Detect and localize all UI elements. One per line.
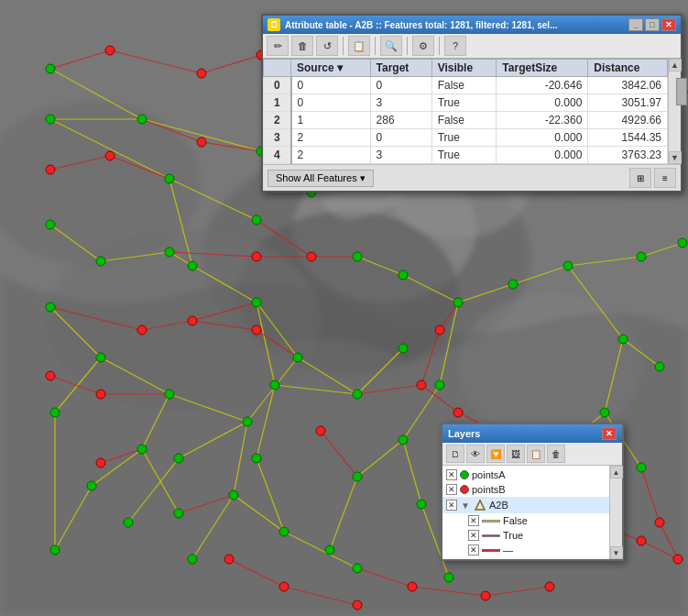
settings-button[interactable]: ⚙ (412, 36, 434, 56)
col-target[interactable]: Target (370, 60, 431, 77)
window-controls: _ □ ✕ (628, 18, 676, 31)
col-source[interactable]: Source ▾ (291, 60, 371, 77)
table-row[interactable]: 4 2 3 True 0.000 3763.23 (264, 147, 668, 164)
row-visible: False (431, 112, 497, 129)
attr-title-bar[interactable]: 🗒 Attribute table - A2B :: Features tota… (263, 16, 681, 34)
layers-scroll-down[interactable]: ▼ (610, 546, 623, 559)
col-targetsize[interactable]: TargetSize (497, 60, 588, 77)
empty-checkbox[interactable]: ✕ (468, 544, 479, 556)
row-index: 3 (264, 129, 291, 147)
row-targetsize: 0.000 (497, 147, 588, 164)
layers-delete-button[interactable]: 🗑 (547, 445, 565, 463)
layers-title-bar: Layers ✕ (442, 424, 622, 443)
row-index: 1 (264, 94, 291, 112)
col-index (264, 60, 291, 77)
False-checkbox[interactable]: ✕ (468, 515, 479, 526)
row-source: 2 (291, 129, 371, 147)
row-targetsize: -22.360 (497, 112, 588, 129)
scroll-thumb[interactable] (676, 78, 687, 105)
table-row[interactable]: 0 0 0 False -20.646 3842.06 (264, 77, 668, 94)
minimize-button[interactable]: _ (628, 18, 643, 31)
pointsB-dot (460, 485, 469, 494)
row-target: 0 (370, 129, 431, 147)
maximize-button[interactable]: □ (645, 18, 660, 31)
edit-button[interactable]: ✏ (267, 36, 289, 56)
attribute-table: Source ▾ Target Visible TargetSize Dista… (263, 59, 668, 164)
row-index: 4 (264, 147, 291, 164)
scroll-up-arrow[interactable]: ▲ (669, 59, 682, 72)
True-label: True (503, 530, 523, 541)
table-icon: 🗒 (268, 18, 280, 31)
toolbar-separator-1 (343, 37, 344, 55)
layers-panel: Layers ✕ 🗋 👁 🔽 🖼 📋 🗑 ✕ pointsA ✕ (441, 423, 624, 561)
row-index: 2 (264, 112, 291, 129)
copy-button[interactable]: 📋 (348, 36, 370, 56)
form-view-button[interactable]: ≡ (654, 168, 676, 188)
row-source: 0 (291, 94, 371, 112)
layers-filter-button[interactable]: 🔽 (486, 445, 505, 463)
layers-scrollbar: ▲ ▼ (609, 466, 622, 559)
True-checkbox[interactable]: ✕ (468, 530, 479, 541)
row-target: 286 (370, 112, 431, 129)
delete-button[interactable]: 🗑 (291, 36, 313, 56)
table-scrollbar[interactable]: ▲ ▼ (668, 59, 681, 164)
table-row[interactable]: 1 0 3 True 0.000 3051.97 (264, 94, 668, 112)
layer-item-pointsB[interactable]: ✕ pointsB (442, 482, 609, 497)
attribute-table-window: 🗒 Attribute table - A2B :: Features tota… (261, 14, 683, 192)
row-target: 3 (370, 147, 431, 164)
table-row[interactable]: 2 1 286 False -22.360 4929.66 (264, 112, 668, 129)
layers-toolbar: 🗋 👁 🔽 🖼 📋 🗑 (442, 443, 622, 466)
close-button[interactable]: ✕ (661, 18, 676, 31)
False-line-symbol (482, 520, 500, 522)
row-distance: 3763.23 (588, 147, 668, 164)
help-button[interactable]: ? (444, 36, 466, 56)
row-index: 0 (264, 77, 291, 94)
layer-subitem-False[interactable]: ✕ False (442, 513, 609, 528)
toolbar-separator-3 (407, 37, 408, 55)
pointsA-checkbox[interactable]: ✕ (446, 469, 457, 480)
toolbar-separator-2 (375, 37, 376, 55)
scroll-down-arrow[interactable]: ▼ (669, 151, 682, 164)
row-source: 2 (291, 147, 371, 164)
layers-add-button[interactable]: 🗋 (446, 445, 464, 463)
bottom-view-icons: ⊞ ≡ (629, 168, 676, 188)
layers-list: ✕ pointsA ✕ pointsB ✕ ▼ A2B (442, 466, 609, 559)
False-label: False (503, 515, 528, 526)
row-distance: 3051.97 (588, 94, 668, 112)
refresh-button[interactable]: ↺ (316, 36, 338, 56)
toolbar-separator-4 (439, 37, 440, 55)
show-features-arrow: ▾ (360, 172, 366, 184)
layer-subitem-True[interactable]: ✕ True (442, 528, 609, 543)
table-row[interactable]: 3 2 0 True 0.000 1544.35 (264, 129, 668, 147)
layer-item-A2B[interactable]: ✕ ▼ A2B (442, 497, 609, 513)
table-view-button[interactable]: ⊞ (629, 168, 651, 188)
pointsB-label: pointsB (472, 484, 506, 495)
row-distance: 4929.66 (588, 112, 668, 129)
show-all-features-button[interactable]: Show All Features ▾ (268, 170, 374, 187)
row-targetsize: 0.000 (497, 94, 588, 112)
attr-title-left: 🗒 Attribute table - A2B :: Features tota… (268, 18, 558, 31)
table-header-row: Source ▾ Target Visible TargetSize Dista… (264, 60, 668, 77)
attr-window-title: Attribute table - A2B :: Features total:… (285, 20, 558, 30)
A2B-expand-icon[interactable]: ▼ (460, 500, 471, 511)
row-visible: True (431, 129, 497, 147)
pointsB-checkbox[interactable]: ✕ (446, 484, 457, 495)
pointsA-label: pointsA (472, 469, 506, 480)
layers-title: Layers (448, 428, 480, 439)
row-distance: 3842.06 (588, 77, 668, 94)
row-target: 0 (370, 77, 431, 94)
row-source: 0 (291, 77, 371, 94)
col-distance[interactable]: Distance (588, 60, 668, 77)
layers-style-button[interactable]: 🖼 (507, 445, 525, 463)
layer-item-pointsA[interactable]: ✕ pointsA (442, 468, 609, 482)
layers-close-button[interactable]: ✕ (602, 427, 617, 440)
layers-scroll-up[interactable]: ▲ (610, 466, 623, 478)
search-button[interactable]: 🔍 (380, 36, 402, 56)
layer-subitem-empty[interactable]: ✕ — (442, 543, 609, 557)
show-features-label: Show All Features (276, 172, 357, 183)
col-visible[interactable]: Visible (431, 60, 497, 77)
layers-visibility-button[interactable]: 👁 (466, 445, 485, 463)
layers-copy-button[interactable]: 📋 (527, 445, 545, 463)
A2B-checkbox[interactable]: ✕ (446, 500, 457, 511)
empty-line-symbol (482, 549, 500, 552)
